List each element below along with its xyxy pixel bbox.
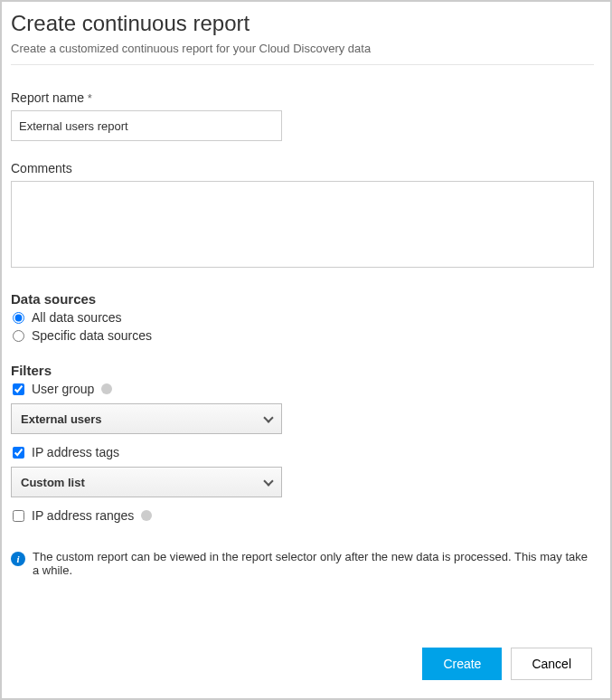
checkbox-ip-tags[interactable]: [13, 447, 24, 459]
checkbox-ip-tags-row[interactable]: IP address tags: [11, 445, 594, 459]
filters-heading: Filters: [11, 363, 594, 378]
page-subtitle: Create a customized continuous report fo…: [11, 42, 594, 55]
report-name-label-text: Report name: [11, 90, 84, 105]
required-indicator: *: [88, 91, 92, 105]
ip-tags-dropdown[interactable]: Custom list: [11, 467, 282, 497]
data-sources-heading: Data sources: [11, 291, 594, 307]
radio-all-input[interactable]: [13, 312, 24, 324]
ip-tags-selected: Custom list: [21, 476, 85, 489]
checkbox-user-group[interactable]: [13, 383, 24, 395]
info-message-text: The custom report can be viewed in the r…: [33, 550, 594, 577]
chevron-down-icon: [263, 412, 273, 422]
report-name-input[interactable]: [11, 110, 282, 141]
radio-specific-input[interactable]: [13, 330, 24, 342]
comments-label: Comments: [11, 161, 594, 175]
info-icon: [101, 383, 112, 394]
radio-specific-data-sources[interactable]: Specific data sources: [11, 328, 594, 343]
user-group-selected: External users: [21, 412, 102, 426]
create-button[interactable]: Create: [422, 648, 502, 680]
checkbox-user-group-row[interactable]: User group: [11, 382, 594, 396]
report-name-label: Report name *: [11, 90, 594, 105]
radio-all-label: All data sources: [32, 310, 122, 325]
divider: [11, 64, 594, 65]
info-circle-icon: i: [11, 552, 25, 566]
comments-textarea[interactable]: [11, 181, 594, 268]
user-group-label: User group: [32, 382, 94, 396]
info-icon: [141, 510, 152, 521]
cancel-button[interactable]: Cancel: [511, 648, 592, 680]
checkbox-ip-ranges[interactable]: [13, 510, 24, 522]
checkbox-ip-ranges-row[interactable]: IP address ranges: [11, 508, 594, 523]
user-group-dropdown[interactable]: External users: [11, 403, 282, 434]
ip-ranges-label: IP address ranges: [32, 508, 134, 523]
chevron-down-icon: [263, 476, 273, 486]
page-title: Create continuous report: [11, 11, 594, 36]
radio-specific-label: Specific data sources: [32, 328, 152, 343]
info-message-row: i The custom report can be viewed in the…: [11, 550, 594, 577]
ip-tags-label: IP address tags: [32, 445, 119, 459]
radio-all-data-sources[interactable]: All data sources: [11, 310, 594, 325]
